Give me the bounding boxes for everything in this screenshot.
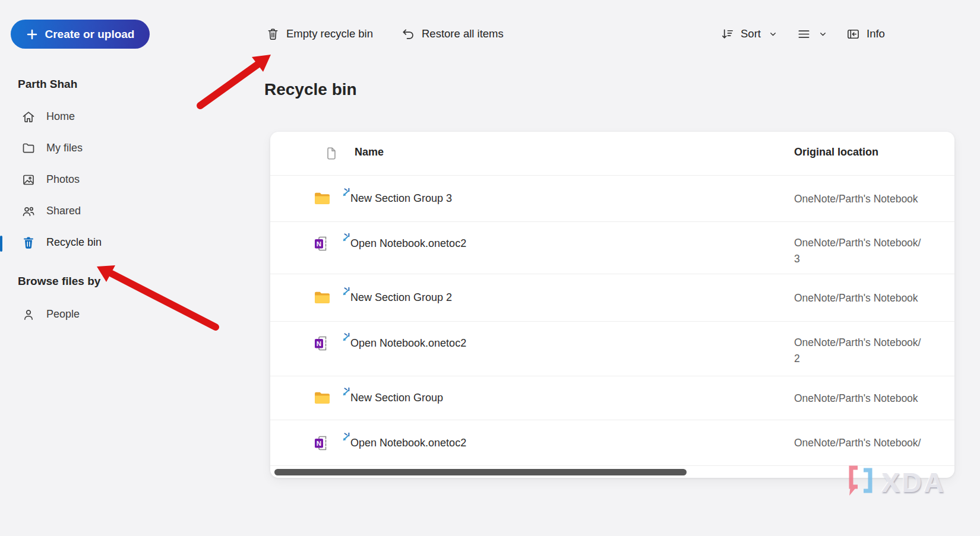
recycle-bin-list-card: Name Original location New Section Group… — [270, 132, 954, 478]
info-panel-icon — [846, 27, 860, 41]
person-icon — [21, 307, 36, 322]
file-name: New Section Group — [350, 392, 443, 404]
file-name: Open Notebook.onetoc2 — [350, 237, 466, 250]
table-row-new-section-group[interactable]: New Section Group OneNote/Parth's Notebo… — [270, 376, 954, 420]
horizontal-scrollbar-thumb[interactable] — [274, 469, 687, 475]
sidebar-item-label: Home — [46, 110, 75, 123]
document-type-column-icon — [324, 145, 339, 164]
restore-all-items-label: Restore all items — [422, 27, 504, 40]
table-row-open-notebook[interactable]: N Open Notebook.onetoc2 OneNote/Parth's … — [270, 221, 954, 274]
folder-yellow-icon — [313, 389, 331, 407]
sidebar-item-people[interactable]: People — [0, 299, 178, 330]
sidebar-nav: Home My files Photos Shared Recycle bin — [0, 101, 178, 258]
chevron-down-icon — [769, 30, 777, 39]
onenote-file-icon: N — [313, 234, 331, 252]
sidebar-item-label: My files — [46, 142, 83, 154]
table-row-new-section-group-3[interactable]: New Section Group 3 OneNote/Parth's Note… — [270, 175, 954, 221]
recycle-bin-icon — [21, 235, 36, 250]
sort-label: Sort — [741, 27, 761, 40]
xda-logo-brackets-icon — [843, 463, 878, 501]
sidebar-item-label: Recycle bin — [46, 236, 102, 249]
xda-watermark-text: XDA — [881, 466, 946, 499]
original-location: OneNote/Parth's Notebook — [794, 191, 954, 207]
file-name: New Section Group 3 — [350, 192, 452, 205]
table-row-open-notebook[interactable]: N Open Notebook.onetoc2 OneNote/Parth's … — [270, 420, 954, 466]
folder-icon — [21, 141, 36, 156]
svg-text:N: N — [317, 340, 321, 347]
selected-item-indicator — [0, 236, 2, 252]
home-icon — [21, 109, 36, 124]
empty-recycle-bin-label: Empty recycle bin — [286, 27, 373, 40]
sidebar-item-label: Shared — [46, 205, 81, 217]
file-name: New Section Group 2 — [350, 291, 452, 304]
create-or-upload-button[interactable]: Create or upload — [11, 20, 150, 49]
click-cursor-icon — [340, 188, 351, 201]
sidebar-item-my-files[interactable]: My files — [0, 132, 178, 164]
info-button[interactable]: Info — [846, 23, 885, 45]
restore-all-items-button[interactable]: Restore all items — [402, 23, 504, 45]
chevron-down-icon — [818, 30, 827, 39]
folder-yellow-icon — [313, 190, 331, 208]
sort-button[interactable]: Sort — [720, 23, 777, 45]
create-or-upload-label: Create or upload — [45, 28, 135, 41]
original-location: OneNote/Parth's Notebook — [794, 290, 954, 306]
table-row-open-notebook[interactable]: N Open Notebook.onetoc2 OneNote/Parth's … — [270, 321, 954, 376]
info-label: Info — [867, 27, 885, 40]
view-options-button[interactable] — [797, 23, 827, 45]
profile-name: Parth Shah — [18, 78, 77, 91]
table-row-new-section-group-2[interactable]: New Section Group 2 OneNote/Parth's Note… — [270, 274, 954, 321]
sidebar-item-recycle-bin[interactable]: Recycle bin — [0, 227, 178, 258]
plus-icon — [26, 28, 38, 40]
click-cursor-icon — [340, 332, 351, 346]
onenote-file-icon: N — [313, 334, 331, 352]
sidebar-browse-nav: People — [0, 299, 178, 330]
original-location: OneNote/Parth's Notebook — [794, 390, 954, 406]
annotation-arrow-to-empty-recycle-bin — [200, 55, 271, 106]
people-shared-icon — [21, 204, 36, 218]
folder-yellow-icon — [313, 289, 331, 307]
sidebar-item-label: People — [46, 308, 80, 321]
sidebar-item-label: Photos — [46, 173, 80, 186]
browse-files-by-label: Browse files by — [18, 275, 100, 288]
svg-text:N: N — [317, 440, 321, 447]
page-title: Recycle bin — [264, 80, 357, 99]
click-cursor-icon — [340, 432, 351, 446]
file-name: Open Notebook.onetoc2 — [350, 337, 466, 350]
original-location: OneNote/Parth's Notebook/2 — [794, 335, 954, 367]
column-header-name[interactable]: Name — [355, 146, 384, 158]
sort-icon — [720, 27, 734, 41]
onenote-file-icon: N — [313, 434, 331, 452]
column-header-original-location[interactable]: Original location — [794, 146, 878, 158]
empty-recycle-bin-button[interactable]: Empty recycle bin — [266, 23, 373, 45]
original-location: OneNote/Parth's Notebook/3 — [794, 235, 954, 267]
click-cursor-icon — [340, 233, 351, 246]
file-name: Open Notebook.onetoc2 — [350, 437, 466, 449]
photos-icon — [21, 172, 36, 187]
original-location: OneNote/Parth's Notebook/ — [794, 435, 954, 451]
sidebar-item-home[interactable]: Home — [0, 101, 178, 132]
sidebar-item-photos[interactable]: Photos — [0, 164, 178, 195]
click-cursor-icon — [340, 387, 351, 401]
sidebar-item-shared[interactable]: Shared — [0, 195, 178, 227]
svg-text:N: N — [317, 240, 321, 248]
click-cursor-icon — [340, 287, 351, 300]
trash-icon — [266, 27, 280, 41]
xda-watermark: XDA — [843, 463, 946, 501]
list-view-icon — [797, 27, 811, 41]
table-header-row: Name Original location — [270, 132, 954, 175]
restore-icon — [402, 27, 415, 41]
